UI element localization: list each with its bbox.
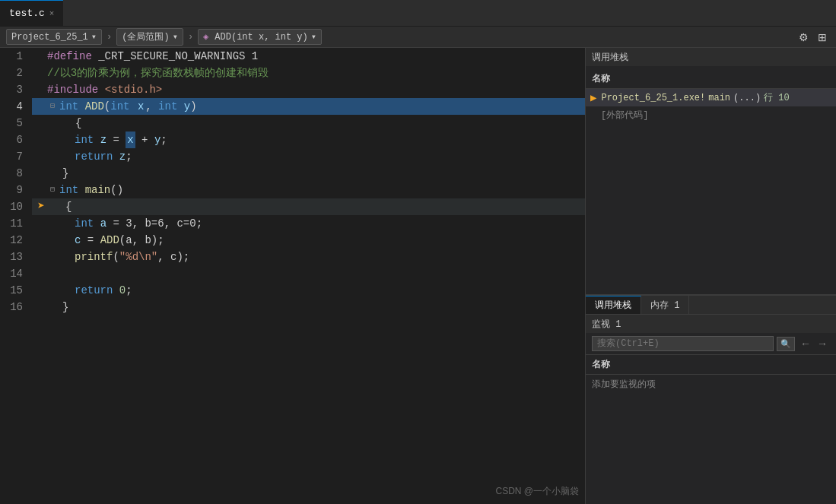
code-line-1: #define _CRT_SECURE_NO_WARNINGS 1 xyxy=(32,48,585,65)
line3-header: <stdio.h> xyxy=(105,81,163,98)
line2-comment: //以3的阶乘为例，探究函数栈帧的创建和销毁 xyxy=(47,65,269,81)
line6-eq: = xyxy=(106,132,126,148)
line4-paren1: ( xyxy=(104,98,110,115)
function-icon: ◈ xyxy=(203,31,208,43)
stack-main-args: (...) xyxy=(733,93,761,103)
code-line-11: int a = 3, b=6, c=0; xyxy=(32,215,585,232)
line4-paren2: ) xyxy=(190,98,196,115)
line7-return: return xyxy=(75,148,113,165)
breadcrumb-project[interactable]: Project_6_25_1 ▾ xyxy=(6,29,102,45)
line5-brace: { xyxy=(75,115,81,132)
line-numbers: 1 2 3 4 5 6 7 8 9 10 11 12 13 14 15 16 xyxy=(0,48,32,504)
line4-int3: int xyxy=(158,98,177,115)
line15-zero: 0 xyxy=(119,282,126,299)
watch-search-icon-btn[interactable]: 🔍 xyxy=(777,337,795,351)
stack-external-label: [外部代码] xyxy=(601,110,648,121)
line4-x: x xyxy=(136,98,145,115)
code-line-6: int z = x + y; xyxy=(32,132,585,148)
line6-sp xyxy=(94,132,100,148)
stack-main-fn: main xyxy=(708,93,730,103)
line13-fmt: "%d\n" xyxy=(119,249,157,265)
watch-search-bar: 🔍 ← → xyxy=(586,333,836,355)
stack-arrow-icon: ▶ xyxy=(590,91,596,104)
debug-bottom-tabs: 调用堆栈 内存 1 xyxy=(586,295,836,315)
stack-item-main[interactable]: ▶ Project_6_25_1.exe!main(...) 行 10 xyxy=(586,89,836,106)
breadcrumb-scope-arrow: ▾ xyxy=(173,31,178,43)
line6-semi: ; xyxy=(161,132,167,148)
breadcrumb-settings-btn[interactable]: ⚙ xyxy=(796,30,812,45)
line4-int: int xyxy=(59,98,78,115)
line3-include: #include xyxy=(47,81,98,98)
line13-rest: , c); xyxy=(157,249,189,265)
watch-search-input[interactable] xyxy=(592,336,774,351)
line8-brace: } xyxy=(62,165,68,182)
fold-btn-4[interactable]: ⊟ xyxy=(47,101,58,112)
line10-brace: { xyxy=(65,198,72,215)
code-area[interactable]: #define _CRT_SECURE_NO_WARNINGS 1 //以3的阶… xyxy=(32,48,585,504)
code-line-9: ⊟int main() xyxy=(32,182,585,198)
line4-y: y xyxy=(184,98,190,115)
line15-return: return xyxy=(75,282,113,299)
tab-call-stack[interactable]: 调用堆栈 xyxy=(586,296,641,314)
debug-arrow-icon: ➤ xyxy=(35,198,47,215)
right-sidebar: 调用堆栈 名称 ▶ Project_6_25_1.exe!main(...) 行… xyxy=(585,48,836,504)
call-stack-col-name: 名称 xyxy=(586,69,836,89)
code-line-7: return z; xyxy=(32,148,585,165)
code-line-10: ➤ { xyxy=(32,198,585,215)
watch-hint[interactable]: 添加要监视的项 xyxy=(586,375,836,394)
tab-close-btn[interactable]: × xyxy=(49,9,55,18)
watch-col-name: 名称 xyxy=(586,355,836,375)
watch-nav-back[interactable]: ← xyxy=(798,338,813,350)
breadcrumb-function[interactable]: ◈ ADD(int x, int y) ▾ xyxy=(198,29,322,45)
stack-item-external[interactable]: [外部代码] xyxy=(586,106,836,124)
watch-section: 监视 1 🔍 ← → 名称 添加要监视的项 xyxy=(586,315,836,504)
breadcrumb-scope[interactable]: (全局范围) ▾ xyxy=(116,28,183,46)
line6-z: z xyxy=(100,132,106,148)
breadcrumb-function-arrow: ▾ xyxy=(311,31,316,43)
line6-plus: + xyxy=(135,132,154,148)
code-line-5: { xyxy=(32,115,585,132)
line7-semi: ; xyxy=(126,148,132,165)
watch-header: 监视 1 xyxy=(586,315,836,333)
line4-int2: int xyxy=(110,98,129,115)
line12-eq: = xyxy=(81,232,100,249)
watch-nav-forward[interactable]: → xyxy=(815,338,830,350)
tab-memory-label: 内存 1 xyxy=(650,299,679,312)
breadcrumb-bar: Project_6_25_1 ▾ › (全局范围) ▾ › ◈ ADD(int … xyxy=(0,27,836,48)
line3-space xyxy=(98,81,104,98)
code-line-16: } xyxy=(32,299,585,315)
call-stack-area: 名称 ▶ Project_6_25_1.exe!main(...) 行 10 [… xyxy=(586,66,836,294)
code-line-8: } xyxy=(32,165,585,182)
line15-semi: ; xyxy=(126,282,132,299)
line1-rest: _CRT_SECURE_NO_WARNINGS 1 xyxy=(92,48,258,65)
editor-area: 1 2 3 4 5 6 7 8 9 10 11 12 13 14 15 16 xyxy=(0,48,585,504)
line11-a: a xyxy=(100,215,106,232)
line6-int: int xyxy=(75,132,94,148)
line7-z: z xyxy=(119,148,126,165)
line12-c: c xyxy=(75,232,81,249)
code-line-3: #include <stdio.h> xyxy=(32,81,585,98)
code-line-12: c = ADD(a, b); xyxy=(32,232,585,249)
line6-x: x xyxy=(126,132,135,148)
breadcrumb-actions: ⚙ ⊞ xyxy=(796,30,830,45)
line4-fn: ADD xyxy=(85,98,104,115)
tab-memory[interactable]: 内存 1 xyxy=(641,296,689,314)
breadcrumb-scope-label: (全局范围) xyxy=(122,30,169,43)
breadcrumb-split-btn[interactable]: ⊞ xyxy=(815,30,830,45)
code-line-15: return 0; xyxy=(32,282,585,299)
call-stack-header: 调用堆栈 xyxy=(586,48,836,66)
line4-sp1 xyxy=(78,98,84,115)
line4-comma: , xyxy=(145,98,158,115)
line4-sp3 xyxy=(177,98,183,115)
line13-paren: ( xyxy=(113,249,119,265)
line16-brace: } xyxy=(62,299,68,315)
line12-args: (a, b); xyxy=(119,232,164,249)
fold-btn-9[interactable]: ⊟ xyxy=(47,185,58,195)
line9-sp xyxy=(78,182,84,198)
breadcrumb-sep2: › xyxy=(188,32,193,43)
watermark: CSDN @一个小脑袋 xyxy=(495,485,579,498)
line11-sp xyxy=(94,215,100,232)
active-tab[interactable]: test.c × xyxy=(0,0,63,26)
line12-add: ADD xyxy=(100,232,119,249)
watch-title: 监视 1 xyxy=(592,318,621,331)
